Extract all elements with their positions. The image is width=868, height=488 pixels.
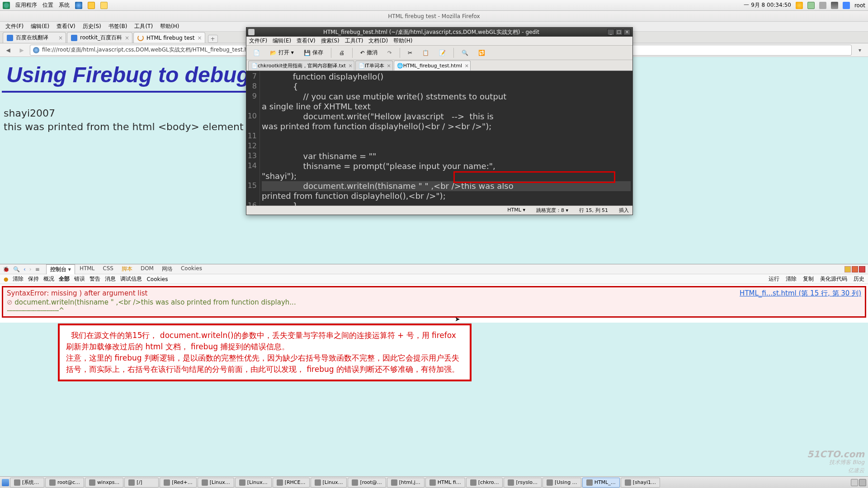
fb-tab-dom[interactable]: DOM: [137, 264, 157, 274]
fb-sub-errors[interactable]: 错误: [74, 275, 85, 283]
ff-menu-file[interactable]: 文件(F): [3, 22, 26, 31]
fb-tab-css[interactable]: CSS: [99, 264, 117, 274]
gedit-menu-tools[interactable]: 工具(T): [345, 37, 363, 45]
ff-menu-view[interactable]: 查看(V): [54, 22, 78, 31]
trash-icon[interactable]: [859, 479, 866, 486]
ff-menu-tools[interactable]: 工具(T): [132, 22, 156, 31]
fb-clear[interactable]: 清除: [786, 275, 797, 283]
dropdown-icon[interactable]: ▾: [854, 45, 865, 56]
taskbar-item[interactable]: [/]: [124, 478, 159, 488]
paste-button[interactable]: 📝: [435, 47, 450, 59]
menu-system[interactable]: 系统: [59, 1, 70, 9]
new-file-button[interactable]: 📄: [249, 47, 264, 59]
taskbar-item[interactable]: [shayi1…: [621, 478, 660, 488]
fb-sub-all[interactable]: 全部: [59, 275, 70, 283]
close-icon[interactable]: ×: [198, 35, 202, 41]
taskbar-item[interactable]: [root@…: [348, 478, 386, 488]
replace-button[interactable]: 🔁: [474, 47, 489, 59]
close-icon[interactable]: [859, 266, 865, 272]
close-icon[interactable]: ×: [125, 35, 129, 41]
status-language[interactable]: HTML ▾: [507, 207, 525, 214]
ff-menu-history[interactable]: 历史(S): [80, 22, 104, 31]
gedit-menu-documents[interactable]: 文档(D): [368, 37, 388, 45]
forward-icon[interactable]: ›: [29, 266, 32, 272]
network-icon[interactable]: [831, 2, 838, 9]
error-source-link[interactable]: HTML_fi...st.html (第 15 行, 第 30 列): [740, 289, 861, 298]
fb-sub-cookies[interactable]: Cookies: [146, 276, 168, 282]
fb-run[interactable]: 运行: [769, 275, 779, 283]
taskbar-item[interactable]: [Linux…: [311, 478, 347, 488]
status-tabwidth[interactable]: 跳格宽度：8 ▾: [536, 207, 568, 214]
taskbar-item[interactable]: HTML fi…: [425, 478, 465, 488]
detach-icon[interactable]: [852, 266, 858, 272]
menu-applications[interactable]: 应用程序: [15, 1, 37, 9]
taskbar-item[interactable]: [Red+…: [160, 478, 196, 488]
fb-tab-cookies[interactable]: Cookies: [177, 264, 206, 274]
redo-button[interactable]: ↷: [383, 47, 396, 59]
gedit-menu-view[interactable]: 查看(V): [297, 37, 316, 45]
open-button[interactable]: 📂打开 ▾: [266, 47, 298, 59]
fb-tab-net[interactable]: 网络: [158, 264, 176, 274]
fb-tab-console[interactable]: 控制台 ▾: [46, 264, 75, 274]
taskbar-item[interactable]: [Linux…: [198, 478, 234, 488]
globe-icon[interactable]: [75, 2, 82, 9]
workspace-switcher-icon[interactable]: [851, 479, 858, 486]
ff-menu-bookmarks[interactable]: 书签(B): [106, 22, 130, 31]
gedit-menu-edit[interactable]: 编辑(E): [273, 37, 291, 45]
taskbar-item[interactable]: [Using …: [542, 478, 581, 488]
gedit-editor[interactable]: 78910111213141516 function displayhello(…: [246, 71, 632, 206]
taskbar-item[interactable]: [chkro…: [466, 478, 503, 488]
fb-copy[interactable]: 复制: [803, 275, 814, 283]
taskbar-item[interactable]: HTML_…: [582, 478, 620, 488]
back-icon[interactable]: ‹: [24, 266, 26, 272]
save-button[interactable]: 💾保存: [300, 47, 327, 59]
close-icon[interactable]: ×: [465, 63, 469, 69]
firebug-icon[interactable]: 🐞: [3, 266, 9, 272]
taskbar-item[interactable]: root@c…: [45, 478, 84, 488]
display-icon[interactable]: [843, 2, 850, 9]
mail-icon[interactable]: [88, 2, 95, 9]
taskbar-item[interactable]: [Linux…: [235, 478, 272, 488]
fb-sub-info[interactable]: 消息: [105, 275, 116, 283]
gedit-menu-search[interactable]: 搜索(S): [321, 37, 340, 45]
undo-button[interactable]: ↶撤消: [356, 47, 382, 59]
gedit-titlebar[interactable]: HTML_firebug_test.html (~/桌面/html,javasc…: [246, 28, 632, 37]
find-button[interactable]: 🔍: [458, 47, 472, 59]
copy-button[interactable]: 📋: [418, 47, 433, 59]
fb-sub-debug[interactable]: 调试信息: [120, 275, 142, 283]
minimize-icon[interactable]: [844, 266, 851, 272]
taskbar-item[interactable]: [系统…: [10, 478, 44, 488]
show-desktop-icon[interactable]: [2, 479, 9, 486]
gedit-menu-file[interactable]: 文件(F): [249, 37, 267, 45]
back-button[interactable]: ◀: [3, 45, 14, 56]
cut-button[interactable]: ✂: [404, 47, 416, 59]
gedit-menu-help[interactable]: 帮助(H): [393, 37, 412, 45]
menu-places[interactable]: 位置: [42, 1, 53, 9]
gedit-tab[interactable]: 📄IT单词本×: [355, 61, 393, 70]
foot-menu-icon[interactable]: [3, 2, 10, 9]
inspect-icon[interactable]: 🔍: [13, 266, 20, 272]
ff-menu-edit[interactable]: 编辑(E): [28, 22, 52, 31]
clock[interactable]: 一 9月 8 00:34:50: [744, 1, 791, 9]
fb-tab-script[interactable]: 脚本: [118, 264, 136, 274]
fb-sub-profile[interactable]: 概况: [43, 275, 54, 283]
maximize-button[interactable]: □: [615, 29, 623, 35]
forward-button[interactable]: ▶: [16, 45, 27, 56]
lines-icon[interactable]: ≡: [35, 266, 40, 272]
print-button[interactable]: 🖨: [335, 47, 349, 59]
ff-tab[interactable]: 百度在线翻译×: [3, 32, 66, 43]
fb-sub-clear[interactable]: 清除: [13, 275, 24, 283]
fb-beautify[interactable]: 美化源代码: [820, 275, 847, 283]
break-icon[interactable]: ●: [4, 276, 8, 282]
minimize-button[interactable]: _: [607, 29, 614, 35]
close-button[interactable]: ×: [623, 29, 631, 35]
code-area[interactable]: function displayhello() { // you can use…: [260, 71, 632, 206]
close-icon[interactable]: ×: [349, 63, 353, 69]
gedit-tab-active[interactable]: 🌐HTML_firebug_test.html×: [394, 61, 471, 70]
new-tab-button[interactable]: +: [208, 35, 218, 43]
taskbar-item[interactable]: [rsyslo…: [504, 478, 542, 488]
fb-sub-warnings[interactable]: 警告: [90, 275, 100, 283]
close-icon[interactable]: ×: [58, 35, 63, 41]
taskbar-item[interactable]: [html,j…: [387, 478, 425, 488]
close-icon[interactable]: ×: [387, 63, 391, 69]
